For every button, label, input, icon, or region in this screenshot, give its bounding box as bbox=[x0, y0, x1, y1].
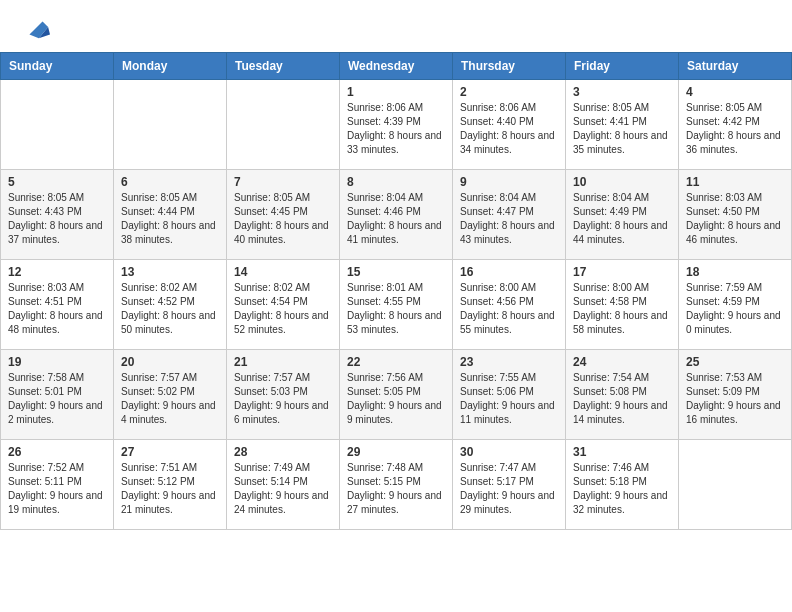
calendar-table: SundayMondayTuesdayWednesdayThursdayFrid… bbox=[0, 52, 792, 530]
calendar-cell: 8Sunrise: 8:04 AMSunset: 4:46 PMDaylight… bbox=[340, 170, 453, 260]
calendar-cell: 26Sunrise: 7:52 AMSunset: 5:11 PMDayligh… bbox=[1, 440, 114, 530]
day-header-saturday: Saturday bbox=[679, 53, 792, 80]
day-info: Sunrise: 7:56 AMSunset: 5:05 PMDaylight:… bbox=[347, 371, 445, 427]
day-number: 4 bbox=[686, 85, 784, 99]
calendar-cell: 12Sunrise: 8:03 AMSunset: 4:51 PMDayligh… bbox=[1, 260, 114, 350]
calendar-cell: 30Sunrise: 7:47 AMSunset: 5:17 PMDayligh… bbox=[453, 440, 566, 530]
day-info: Sunrise: 7:55 AMSunset: 5:06 PMDaylight:… bbox=[460, 371, 558, 427]
day-info: Sunrise: 7:47 AMSunset: 5:17 PMDaylight:… bbox=[460, 461, 558, 517]
calendar-cell: 1Sunrise: 8:06 AMSunset: 4:39 PMDaylight… bbox=[340, 80, 453, 170]
week-row-0: 1Sunrise: 8:06 AMSunset: 4:39 PMDaylight… bbox=[1, 80, 792, 170]
day-number: 27 bbox=[121, 445, 219, 459]
calendar-cell: 11Sunrise: 8:03 AMSunset: 4:50 PMDayligh… bbox=[679, 170, 792, 260]
day-info: Sunrise: 8:05 AMSunset: 4:41 PMDaylight:… bbox=[573, 101, 671, 157]
calendar-cell: 14Sunrise: 8:02 AMSunset: 4:54 PMDayligh… bbox=[227, 260, 340, 350]
week-row-1: 5Sunrise: 8:05 AMSunset: 4:43 PMDaylight… bbox=[1, 170, 792, 260]
day-number: 11 bbox=[686, 175, 784, 189]
day-number: 12 bbox=[8, 265, 106, 279]
day-info: Sunrise: 7:53 AMSunset: 5:09 PMDaylight:… bbox=[686, 371, 784, 427]
day-number: 28 bbox=[234, 445, 332, 459]
calendar-cell: 16Sunrise: 8:00 AMSunset: 4:56 PMDayligh… bbox=[453, 260, 566, 350]
day-number: 3 bbox=[573, 85, 671, 99]
calendar-cell bbox=[679, 440, 792, 530]
calendar-cell: 29Sunrise: 7:48 AMSunset: 5:15 PMDayligh… bbox=[340, 440, 453, 530]
day-number: 10 bbox=[573, 175, 671, 189]
day-info: Sunrise: 8:04 AMSunset: 4:46 PMDaylight:… bbox=[347, 191, 445, 247]
day-info: Sunrise: 8:00 AMSunset: 4:58 PMDaylight:… bbox=[573, 281, 671, 337]
day-number: 7 bbox=[234, 175, 332, 189]
calendar-cell: 21Sunrise: 7:57 AMSunset: 5:03 PMDayligh… bbox=[227, 350, 340, 440]
calendar-cell bbox=[1, 80, 114, 170]
header bbox=[0, 0, 792, 52]
calendar-cell bbox=[227, 80, 340, 170]
day-info: Sunrise: 8:00 AMSunset: 4:56 PMDaylight:… bbox=[460, 281, 558, 337]
day-number: 15 bbox=[347, 265, 445, 279]
calendar-cell: 7Sunrise: 8:05 AMSunset: 4:45 PMDaylight… bbox=[227, 170, 340, 260]
logo bbox=[20, 14, 50, 42]
day-number: 17 bbox=[573, 265, 671, 279]
calendar-cell: 13Sunrise: 8:02 AMSunset: 4:52 PMDayligh… bbox=[114, 260, 227, 350]
day-number: 2 bbox=[460, 85, 558, 99]
day-number: 24 bbox=[573, 355, 671, 369]
calendar-cell: 23Sunrise: 7:55 AMSunset: 5:06 PMDayligh… bbox=[453, 350, 566, 440]
day-info: Sunrise: 8:06 AMSunset: 4:40 PMDaylight:… bbox=[460, 101, 558, 157]
week-row-4: 26Sunrise: 7:52 AMSunset: 5:11 PMDayligh… bbox=[1, 440, 792, 530]
week-row-2: 12Sunrise: 8:03 AMSunset: 4:51 PMDayligh… bbox=[1, 260, 792, 350]
calendar-cell: 19Sunrise: 7:58 AMSunset: 5:01 PMDayligh… bbox=[1, 350, 114, 440]
day-info: Sunrise: 7:48 AMSunset: 5:15 PMDaylight:… bbox=[347, 461, 445, 517]
calendar-cell: 9Sunrise: 8:04 AMSunset: 4:47 PMDaylight… bbox=[453, 170, 566, 260]
day-number: 9 bbox=[460, 175, 558, 189]
calendar-cell: 3Sunrise: 8:05 AMSunset: 4:41 PMDaylight… bbox=[566, 80, 679, 170]
calendar-page: SundayMondayTuesdayWednesdayThursdayFrid… bbox=[0, 0, 792, 530]
day-number: 29 bbox=[347, 445, 445, 459]
calendar-cell: 20Sunrise: 7:57 AMSunset: 5:02 PMDayligh… bbox=[114, 350, 227, 440]
day-number: 8 bbox=[347, 175, 445, 189]
day-number: 20 bbox=[121, 355, 219, 369]
day-info: Sunrise: 7:49 AMSunset: 5:14 PMDaylight:… bbox=[234, 461, 332, 517]
week-row-3: 19Sunrise: 7:58 AMSunset: 5:01 PMDayligh… bbox=[1, 350, 792, 440]
calendar-cell: 31Sunrise: 7:46 AMSunset: 5:18 PMDayligh… bbox=[566, 440, 679, 530]
day-number: 5 bbox=[8, 175, 106, 189]
calendar-cell bbox=[114, 80, 227, 170]
day-info: Sunrise: 7:54 AMSunset: 5:08 PMDaylight:… bbox=[573, 371, 671, 427]
calendar-cell: 6Sunrise: 8:05 AMSunset: 4:44 PMDaylight… bbox=[114, 170, 227, 260]
day-info: Sunrise: 7:51 AMSunset: 5:12 PMDaylight:… bbox=[121, 461, 219, 517]
calendar-cell: 18Sunrise: 7:59 AMSunset: 4:59 PMDayligh… bbox=[679, 260, 792, 350]
day-number: 6 bbox=[121, 175, 219, 189]
day-info: Sunrise: 8:05 AMSunset: 4:45 PMDaylight:… bbox=[234, 191, 332, 247]
day-info: Sunrise: 8:01 AMSunset: 4:55 PMDaylight:… bbox=[347, 281, 445, 337]
day-header-tuesday: Tuesday bbox=[227, 53, 340, 80]
day-number: 23 bbox=[460, 355, 558, 369]
day-number: 22 bbox=[347, 355, 445, 369]
day-number: 1 bbox=[347, 85, 445, 99]
day-header-thursday: Thursday bbox=[453, 53, 566, 80]
calendar-cell: 10Sunrise: 8:04 AMSunset: 4:49 PMDayligh… bbox=[566, 170, 679, 260]
day-info: Sunrise: 8:04 AMSunset: 4:47 PMDaylight:… bbox=[460, 191, 558, 247]
day-number: 18 bbox=[686, 265, 784, 279]
day-number: 16 bbox=[460, 265, 558, 279]
calendar-cell: 17Sunrise: 8:00 AMSunset: 4:58 PMDayligh… bbox=[566, 260, 679, 350]
calendar-cell: 24Sunrise: 7:54 AMSunset: 5:08 PMDayligh… bbox=[566, 350, 679, 440]
day-info: Sunrise: 8:03 AMSunset: 4:51 PMDaylight:… bbox=[8, 281, 106, 337]
day-headers-row: SundayMondayTuesdayWednesdayThursdayFrid… bbox=[1, 53, 792, 80]
calendar-cell: 15Sunrise: 8:01 AMSunset: 4:55 PMDayligh… bbox=[340, 260, 453, 350]
day-info: Sunrise: 8:03 AMSunset: 4:50 PMDaylight:… bbox=[686, 191, 784, 247]
day-info: Sunrise: 8:06 AMSunset: 4:39 PMDaylight:… bbox=[347, 101, 445, 157]
day-number: 21 bbox=[234, 355, 332, 369]
calendar-cell: 25Sunrise: 7:53 AMSunset: 5:09 PMDayligh… bbox=[679, 350, 792, 440]
day-info: Sunrise: 8:02 AMSunset: 4:52 PMDaylight:… bbox=[121, 281, 219, 337]
day-info: Sunrise: 7:46 AMSunset: 5:18 PMDaylight:… bbox=[573, 461, 671, 517]
day-number: 26 bbox=[8, 445, 106, 459]
day-info: Sunrise: 7:52 AMSunset: 5:11 PMDaylight:… bbox=[8, 461, 106, 517]
day-info: Sunrise: 8:05 AMSunset: 4:44 PMDaylight:… bbox=[121, 191, 219, 247]
day-info: Sunrise: 7:57 AMSunset: 5:02 PMDaylight:… bbox=[121, 371, 219, 427]
day-info: Sunrise: 8:05 AMSunset: 4:42 PMDaylight:… bbox=[686, 101, 784, 157]
calendar-cell: 2Sunrise: 8:06 AMSunset: 4:40 PMDaylight… bbox=[453, 80, 566, 170]
day-number: 30 bbox=[460, 445, 558, 459]
logo-icon bbox=[22, 14, 50, 42]
day-info: Sunrise: 7:57 AMSunset: 5:03 PMDaylight:… bbox=[234, 371, 332, 427]
calendar-cell: 27Sunrise: 7:51 AMSunset: 5:12 PMDayligh… bbox=[114, 440, 227, 530]
day-number: 25 bbox=[686, 355, 784, 369]
day-info: Sunrise: 7:59 AMSunset: 4:59 PMDaylight:… bbox=[686, 281, 784, 337]
day-info: Sunrise: 7:58 AMSunset: 5:01 PMDaylight:… bbox=[8, 371, 106, 427]
